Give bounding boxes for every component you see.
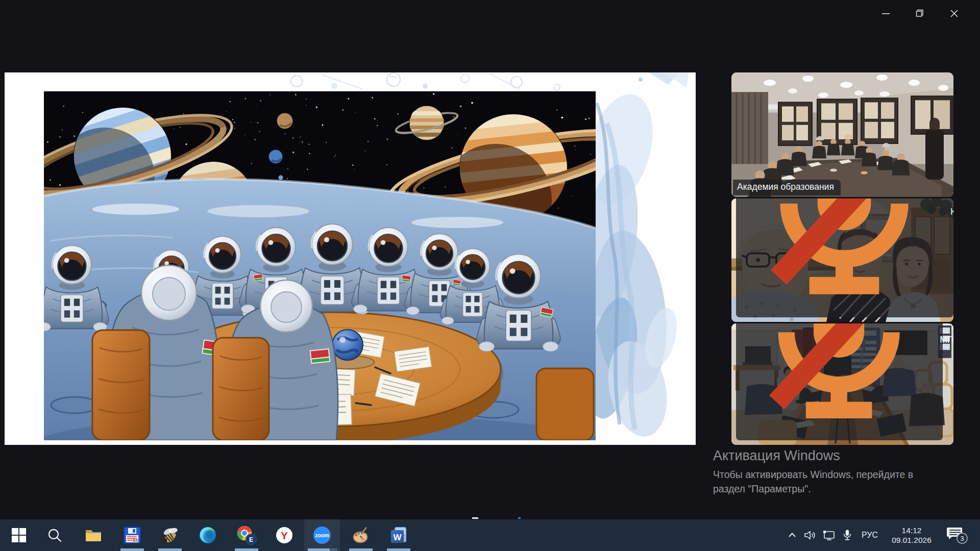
freecommander-badge: 64 — [133, 538, 138, 543]
freecommander-button[interactable]: 64 — [114, 519, 150, 551]
participant-tile-mgoiro[interactable]: МГОИРО — [731, 323, 953, 445]
activation-title: Активация Windows — [713, 448, 913, 464]
participant-tile-akademia[interactable]: Академия образования — [731, 72, 953, 197]
participant-name: Академия образования — [737, 182, 834, 192]
participant-name-badge: Академия образования — [733, 180, 841, 195]
minimize-icon — [881, 9, 890, 18]
restore-button[interactable] — [908, 0, 932, 27]
ethernet-network-icon — [822, 529, 836, 541]
participant-name-badge: МГОИРО — [736, 323, 943, 440]
yandex-browser-button[interactable]: Y — [266, 519, 302, 551]
language-indicator: РУС — [862, 531, 878, 540]
tray-network-button[interactable] — [820, 519, 838, 551]
running-indicator — [308, 548, 330, 551]
notification-count-badge: 3 — [960, 535, 964, 542]
running-indicator — [158, 548, 182, 551]
participant-name: МГОИРО — [940, 335, 953, 345]
chrome-button[interactable]: E — [229, 519, 264, 551]
search-icon — [46, 527, 63, 543]
shared-screen — [5, 72, 696, 445]
participant-name: Казановская Е.В. — [950, 207, 953, 217]
restore-icon — [915, 9, 924, 18]
word-glyph: W — [393, 533, 402, 542]
action-center-button[interactable]: 3 — [942, 519, 971, 551]
bee-icon — [161, 526, 179, 544]
running-indicator — [387, 548, 410, 551]
participant-video-akademia — [731, 72, 953, 197]
file-explorer-icon — [84, 526, 103, 544]
windows-logo-icon — [11, 528, 27, 543]
yandex-browser-icon: Y — [275, 526, 293, 544]
chrome-profile-badge: E — [249, 536, 253, 543]
participant-tile-kazanovskaya[interactable]: Казановская Е.В. — [731, 198, 953, 322]
freecommander-icon: 64 — [123, 526, 141, 544]
zoom-button[interactable]: zoom — [304, 519, 340, 551]
muted-mic-icon — [742, 323, 936, 437]
running-indicator — [349, 548, 373, 551]
search-button[interactable] — [37, 519, 72, 551]
muted-mic-icon — [742, 198, 947, 314]
tray-volume-button[interactable] — [801, 519, 819, 551]
paint-icon — [352, 526, 370, 544]
desktop: { "meeting": { "participants": [ {"name"… — [0, 0, 980, 551]
participant-name-badge: Казановская Е.В. — [736, 198, 953, 317]
running-indicator — [120, 548, 144, 551]
speaker-icon — [804, 530, 816, 541]
start-button[interactable] — [1, 519, 37, 551]
yandex-glyph: Y — [281, 530, 288, 541]
microphone-icon — [842, 529, 852, 541]
tray-date: 09.01.2026 — [892, 535, 932, 545]
paint-button[interactable] — [343, 519, 379, 551]
zoom-icon: zoom — [312, 525, 332, 545]
zoom-wordmark: zoom — [315, 532, 329, 538]
running-indicator — [235, 548, 258, 551]
tray-language-button[interactable]: РУС — [857, 519, 882, 551]
tray-time: 14:12 — [902, 525, 922, 535]
minimize-button[interactable] — [874, 0, 897, 27]
tray-microphone-button[interactable] — [839, 519, 855, 551]
notification-icon: 3 — [945, 526, 968, 544]
word-button[interactable]: W — [381, 519, 416, 551]
bee-app-button[interactable] — [152, 519, 188, 551]
taskbar: 64 — [0, 519, 980, 551]
chrome-icon: E — [236, 525, 257, 545]
activation-line1: Чтобы активировать Windows, перейдите в — [713, 467, 913, 482]
close-button[interactable] — [942, 0, 966, 27]
activation-line2: раздел "Параметры". — [713, 482, 913, 496]
file-explorer-button[interactable] — [76, 519, 111, 551]
screen-artifact — [472, 517, 478, 519]
chevron-up-icon — [787, 530, 797, 540]
close-icon — [950, 9, 959, 18]
windows-activation-watermark: Активация Windows Чтобы активировать Win… — [713, 448, 913, 496]
word-icon: W — [389, 526, 408, 544]
tray-clock-button[interactable]: 14:12 09.01.2026 — [882, 519, 941, 551]
shared-screen-artwork — [5, 72, 696, 445]
running-indicator-secondary — [330, 548, 337, 551]
tray-chevron-button[interactable] — [783, 519, 801, 551]
edge-button[interactable] — [190, 519, 226, 551]
edge-icon — [199, 526, 217, 544]
screen-artifact — [518, 517, 521, 519]
